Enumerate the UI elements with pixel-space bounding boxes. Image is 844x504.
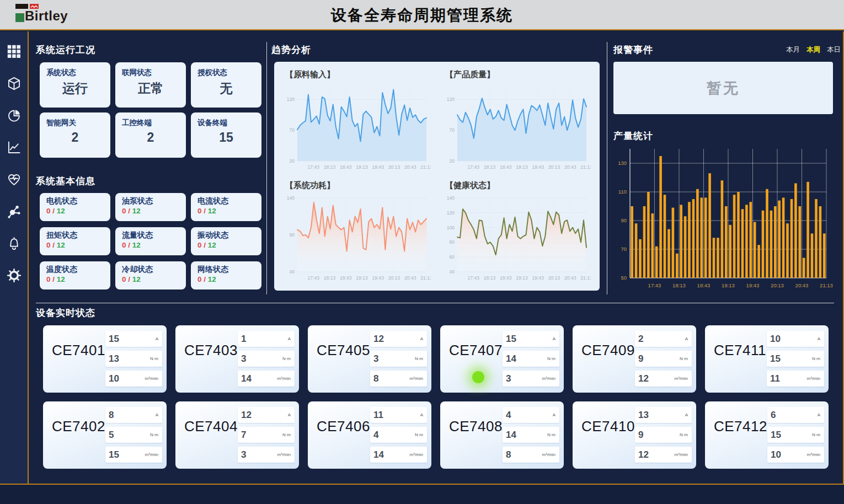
metric-value: 8 [506,449,511,460]
info-card-label: 振动状态 [197,230,255,240]
equipment-card-CE7407[interactable]: CE740715A14N·m3m³/min [440,325,564,393]
svg-text:20:13: 20:13 [548,275,560,281]
svg-text:70: 70 [621,246,627,252]
metric-value: 12 [241,410,252,421]
equipment-name: CE7405 [308,325,370,393]
status-card: 系统状态运行 [40,62,110,108]
equipment-metric: 14m³/min [370,447,427,463]
equipment-card-CE7403[interactable]: CE74031A3N·m14m³/min [175,325,299,393]
equipment-card-CE7412[interactable]: CE74126A15N·m10m³/min [705,401,829,469]
equipment-metric: 11m³/min [767,371,824,387]
svg-text:21:13: 21:13 [420,164,431,170]
bell-icon[interactable] [6,235,22,251]
info-separator: / [51,275,57,283]
svg-text:18:13: 18:13 [484,164,496,170]
metric-value: 14 [373,449,384,460]
equipment-card-CE7406[interactable]: CE740611A4N·m14m³/min [308,401,431,469]
info-card-value: 0 / 12 [197,241,255,249]
equipment-card-CE7404[interactable]: CE740412A7N·m3m³/min [175,401,299,469]
trend-cell-product-quality: 【产品质量】 120702017:4318:1318:4319:1319:432… [441,66,593,176]
column-divider-left [266,42,267,294]
info-card-label: 油泵状态 [122,196,179,206]
metric-unit: N·m [680,432,688,437]
info-current-count: 0 [122,241,126,249]
equipment-metric: 4A [503,407,559,423]
info-separator: / [51,241,57,249]
metric-unit: m³/min [542,452,555,457]
metric-unit: N·m [150,356,158,361]
status-card-label: 工控终端 [122,118,179,128]
equipment-metric: 2A [635,331,692,347]
svg-text:18:43: 18:43 [500,275,512,281]
metric-value: 14 [506,430,516,441]
molecule-icon[interactable] [6,203,22,219]
alarm-tab-本日[interactable]: 本日 [827,45,841,55]
equipment-card-CE7405[interactable]: CE740512A3N·m8m³/min [308,325,431,393]
health-pulse-icon[interactable] [6,171,22,187]
alarm-tab-本周[interactable]: 本周 [806,45,820,55]
status-card-label: 联网状态 [122,68,179,78]
info-total-count: 12 [208,207,216,215]
equipment-metric: 8A [105,407,162,423]
equipment-name: CE7411 [705,325,767,393]
equipment-metric: 14m³/min [238,371,295,387]
metric-unit: m³/min [410,376,423,381]
metric-value: 11 [373,410,383,421]
page-title: 设备全寿命周期管理系统 [0,5,844,26]
line-chart-icon[interactable] [6,140,22,155]
svg-text:130: 130 [618,160,627,166]
info-card: 冷却状态0 / 12 [115,261,186,289]
equipment-cards: CE740115A13N·m10m³/minCE74031A3N·m14m³/m… [43,325,829,469]
metric-unit: m³/min [277,376,291,381]
cube-icon[interactable] [6,76,22,91]
metric-value: 1 [241,334,246,345]
svg-text:19:43: 19:43 [532,164,544,170]
info-separator: / [202,241,208,249]
equipment-card-CE7401[interactable]: CE740115A13N·m10m³/min [43,325,167,393]
equipment-metric: 8m³/min [503,447,559,463]
status-indicator-dot [472,371,484,383]
svg-text:21:13: 21:13 [820,282,833,288]
info-total-count: 12 [132,275,141,283]
equipment-card-CE7402[interactable]: CE74028A5N·m15m³/min [43,401,167,469]
svg-text:17:43: 17:43 [468,164,480,170]
info-total-count: 12 [132,241,141,249]
apps-grid-icon[interactable] [6,44,22,59]
section-title-system-info: 系统基本信息 [36,175,95,187]
metric-unit: A [685,412,688,417]
info-card-label: 温度状态 [46,265,104,275]
equipment-name: CE7403 [175,325,238,393]
metric-value: 5 [109,430,114,441]
metric-unit: A [818,336,820,341]
svg-text:19:43: 19:43 [372,275,384,281]
alarm-empty-box: 暂无 [613,62,833,114]
metric-value: 14 [241,373,252,384]
metric-unit: A [553,336,555,341]
pie-chart-icon[interactable] [6,108,22,123]
metric-value: 13 [638,410,649,421]
gear-icon[interactable] [6,267,22,283]
metric-value: 15 [109,449,119,460]
info-card-label: 电机状态 [46,196,104,206]
equipment-name: CE7409 [573,325,635,393]
info-total-count: 12 [132,207,141,215]
svg-text:20:43: 20:43 [404,275,416,281]
equipment-metric: 14N·m [503,351,559,367]
section-title-alarm: 报警事件 [613,44,653,56]
info-current-count: 0 [122,207,126,215]
equipment-card-CE7410[interactable]: CE741013A9N·m12m³/min [573,401,696,469]
alarm-tab-本月[interactable]: 本月 [786,45,800,55]
metric-value: 15 [771,430,781,441]
equipment-card-CE7409[interactable]: CE74092A9N·m12m³/min [573,325,696,393]
svg-text:20:43: 20:43 [404,164,416,170]
equipment-metric: 8m³/min [370,371,427,387]
equipment-card-CE7408[interactable]: CE74084A14N·m8m³/min [440,401,564,469]
status-card-value: 正常 [122,80,179,97]
svg-text:19:13: 19:13 [516,164,528,170]
equipment-name: CE7410 [573,401,635,469]
equipment-metrics: 12A7N·m3m³/min [238,407,295,469]
equipment-card-CE7411[interactable]: CE741110A15N·m11m³/min [705,325,829,393]
metric-value: 8 [373,373,378,384]
info-card-value: 0 / 12 [46,207,104,215]
production-bar-chart: 13011090705017:4318:1318:4319:1319:4320:… [612,144,833,294]
